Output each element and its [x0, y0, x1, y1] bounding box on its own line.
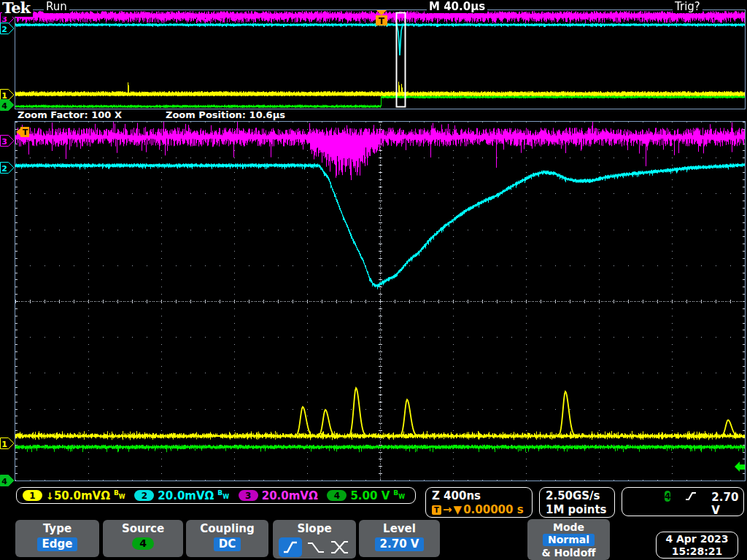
time-value: 15:28:21: [672, 545, 723, 558]
type-label: Type: [43, 522, 71, 535]
channel-4-position-marker[interactable]: 4: [0, 99, 15, 111]
channel-4-badge: 4: [327, 490, 347, 501]
channel-2-badge: 2: [134, 490, 154, 501]
channel-2-scale-value: 20.0mVΩ: [158, 489, 214, 502]
trigger-readout: 4 2.70 V: [622, 487, 744, 516]
svg-text:3: 3: [1, 137, 7, 147]
zoom-timebase-readout: Z 400ns T→▼0.00000 s: [425, 487, 533, 518]
trigger-level-value: 2.70 V: [711, 491, 738, 517]
date-value: 4 Apr 2023: [665, 533, 728, 545]
level-value: 2.70 V: [375, 537, 425, 551]
channel-1-badge: 1: [23, 490, 42, 501]
delay-value: 0.00000 s: [463, 503, 523, 516]
svg-text:2: 2: [1, 25, 7, 34]
coupling-label: Coupling: [200, 522, 254, 535]
trigger-source-badge: 4: [665, 491, 670, 502]
overview-waveform-window: [15, 9, 746, 109]
trigger-mode-button[interactable]: Mode Normal & Holdoff: [527, 519, 610, 560]
trigger-status: Trig?: [673, 0, 703, 13]
oscilloscope-screen: Tek Run M 40.0µs Trig? Zoom Factor: 100 …: [0, 0, 747, 560]
coupling-value: DC: [214, 537, 241, 551]
bandwidth-limit-icon: BW: [393, 492, 405, 499]
trigger-level-button[interactable]: Level 2.70 V: [359, 520, 440, 557]
svg-text:4: 4: [1, 101, 7, 111]
trigger-source-button[interactable]: Source 4: [103, 520, 183, 557]
slope-label: Slope: [297, 522, 331, 535]
source-value-badge: 4: [132, 537, 154, 550]
delay-marker-icon: ▼: [454, 503, 462, 516]
acquisition-status: Run: [44, 0, 69, 13]
channel-scale-readouts[interactable]: 1↓50.0mVΩBW220.0mVΩBW320.0mVΩ45.00 VBW: [16, 487, 416, 504]
date-time-display: 4 Apr 2023 15:28:21: [656, 532, 738, 559]
zoomed-waveform-window: [15, 121, 746, 481]
overview-waveform-canvas: [15, 10, 745, 109]
channel-4-readout[interactable]: 45.00 VBW: [327, 489, 405, 502]
zoom-position-label: Zoom Position: 10.6µs: [166, 109, 285, 120]
channel-4-scale-value: 5.00 V: [350, 489, 390, 502]
channel-2-readout[interactable]: 220.0mVΩBW: [134, 489, 229, 502]
zoomed-waveform-canvas: [15, 122, 745, 481]
slope-rising-icon[interactable]: [279, 537, 302, 557]
timebase-readout: M 40.0µs: [427, 0, 487, 13]
tek-logo: Tek: [2, 0, 33, 17]
zoom-info-bar: Zoom Factor: 100 X Zoom Position: 10.6µs: [0, 109, 747, 121]
trigger-t-icon: T: [432, 505, 441, 515]
channel-3-readout[interactable]: 320.0mVΩ: [239, 489, 318, 502]
trigger-delay-readout: T→▼0.00000 s: [432, 503, 526, 516]
zoom-scale-value: Z 400ns: [432, 489, 526, 502]
acquisition-readout: 2.50GS/s 1M points: [539, 487, 615, 518]
svg-text:2: 2: [1, 164, 7, 174]
channel-1-readout[interactable]: 1↓50.0mVΩBW: [23, 489, 125, 502]
rising-edge-icon: [685, 491, 697, 505]
channel-2-position-marker[interactable]: 2: [0, 162, 15, 174]
level-label: Level: [383, 522, 416, 535]
record-length-value: 1M points: [546, 503, 614, 517]
svg-text:4: 4: [1, 477, 7, 486]
slope-either-icon[interactable]: [330, 537, 350, 557]
slope-falling-icon[interactable]: [306, 537, 326, 557]
mode-label: Mode: [553, 521, 584, 533]
mode-value-2: & Holdoff: [541, 547, 595, 559]
zoom-factor-label: Zoom Factor: 100 X: [18, 109, 122, 120]
channel-1-scale-value: ↓50.0mVΩ: [46, 489, 110, 502]
channel-3-scale-value: 20.0mVΩ: [262, 489, 318, 502]
channel-3-badge: 3: [239, 490, 258, 501]
trigger-slope-button[interactable]: Slope: [273, 520, 356, 559]
mode-value: Normal: [543, 534, 595, 546]
trigger-type-button[interactable]: Type Edge: [15, 520, 99, 557]
channel-3-position-marker[interactable]: 3: [0, 135, 15, 147]
channel-4-position-marker[interactable]: 4: [0, 475, 15, 486]
channel-2-position-marker[interactable]: 2: [0, 23, 15, 34]
bandwidth-limit-icon: BW: [114, 492, 125, 499]
sample-rate-value: 2.50GS/s: [546, 489, 614, 503]
source-label: Source: [122, 522, 164, 535]
bandwidth-limit-icon: BW: [217, 492, 229, 499]
channel-1-position-marker[interactable]: 1: [0, 438, 15, 449]
trigger-coupling-button[interactable]: Coupling DC: [186, 520, 268, 557]
arrow-right-icon: →: [443, 503, 452, 516]
svg-text:1: 1: [1, 440, 7, 449]
type-value: Edge: [37, 537, 78, 551]
